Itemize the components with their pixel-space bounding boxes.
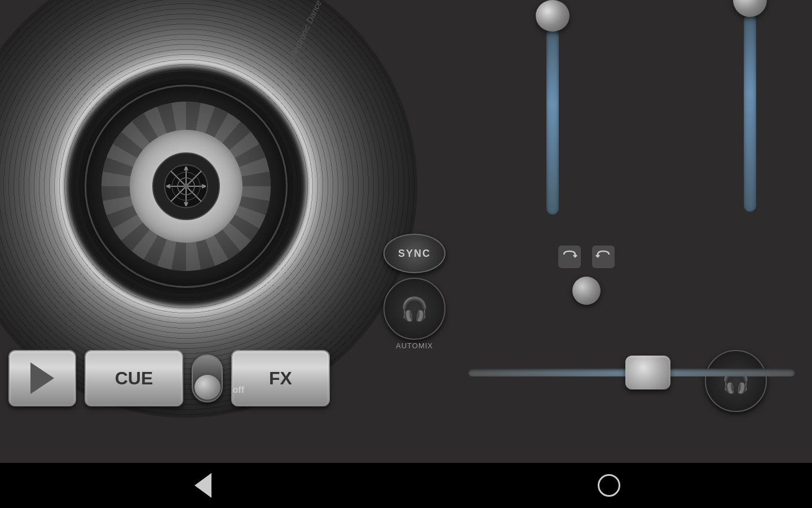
center-headphone-button[interactable]: 🎧 [383,278,445,340]
back-nav-button[interactable] [189,471,217,500]
headphone-icon: 🎧 [400,296,429,322]
automix-label: AUTOMIX [396,341,433,350]
left-volume-slider[interactable] [536,0,570,214]
top-sliders [485,0,812,214]
toggle-container: on off [192,350,223,406]
mix-icons-area [558,246,615,305]
toggle-knob [195,375,220,400]
toggle-on-label: on [233,353,244,363]
fx-label: FX [269,368,292,389]
toggle-labels: on off [233,350,244,398]
bottom-buttons: CUE on off FX [0,350,330,406]
label-ring [102,102,271,271]
turntable-inner-ring [85,85,288,288]
play-button[interactable] [8,350,76,406]
dj-area: Electronic Dance Music - Live DJ Remix S… [0,0,812,463]
home-icon [598,474,620,497]
cue-label: CUE [115,368,153,389]
play-triangle-icon [30,362,54,394]
left-slider-knob[interactable] [536,0,570,32]
sync-button[interactable]: SYNC [383,234,445,273]
right-slider-track[interactable] [744,14,756,212]
svg-point-15 [183,183,189,189]
toggle-off-label: off [233,385,244,395]
nav-bar [0,463,812,508]
right-slider-knob[interactable] [733,0,767,17]
cue-button[interactable]: CUE [85,350,183,406]
loop-icon-left[interactable] [558,246,581,268]
center-logo [152,152,220,220]
mix-icon-row [558,246,615,268]
controls-area: CUE on off FX [0,350,812,406]
center-label [130,130,242,243]
mix-knob[interactable] [572,277,601,305]
left-slider-track[interactable] [546,29,559,214]
back-icon [195,473,211,498]
loop-icon-right[interactable] [592,246,615,268]
sync-label: SYNC [398,248,431,260]
toggle-switch[interactable] [192,354,223,402]
center-controls: SYNC 🎧 AUTOMIX [383,234,445,350]
fx-button[interactable]: FX [231,350,330,406]
home-nav-button[interactable] [595,471,623,500]
right-volume-slider[interactable] [733,0,767,214]
